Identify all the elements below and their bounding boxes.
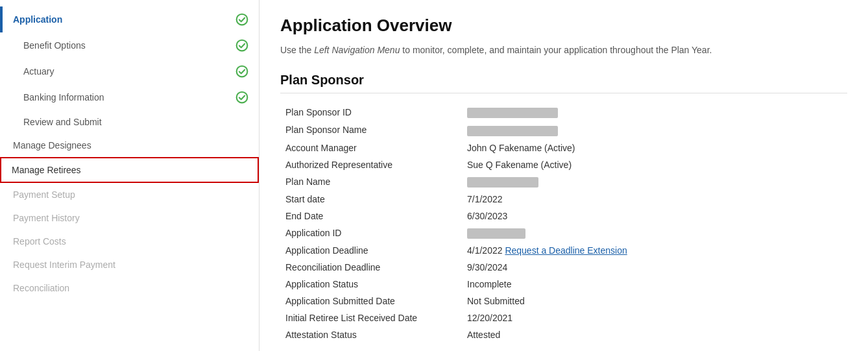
field-label-9: Reconciliation Deadline (280, 259, 462, 276)
field-label-0: Plan Sponsor ID (280, 104, 462, 121)
sidebar: Application Benefit Options Actuary Bank… (0, 0, 259, 351)
redacted-4 (467, 177, 538, 188)
info-row-8: Application Deadline4/1/2022 Request a D… (280, 242, 847, 259)
info-row-7: Application ID (280, 224, 847, 242)
redacted-7 (467, 228, 525, 239)
sidebar-item-review-and-submit[interactable]: Review and Submit (0, 110, 259, 134)
sidebar-label-review-and-submit: Review and Submit (23, 117, 102, 127)
info-row-9: Reconciliation Deadline9/30/2024 (280, 259, 847, 276)
deadline-extension-link[interactable]: Request a Deadline Extension (505, 245, 627, 256)
plan-sponsor-table: Plan Sponsor IDPlan Sponsor NameAccount … (280, 104, 847, 343)
check-icon-benefit-options (235, 39, 248, 52)
field-value-12: 12/20/2021 (462, 309, 847, 326)
field-value-0 (462, 104, 847, 121)
field-label-10: Application Status (280, 276, 462, 293)
section-title: Plan Sponsor (280, 73, 847, 93)
field-value-2: John Q Fakename (Active) (462, 139, 847, 156)
subtitle-suffix: to monitor, complete, and maintain your … (400, 45, 712, 55)
field-value-4 (462, 173, 847, 191)
redacted-0 (467, 108, 558, 118)
sidebar-label-payment-setup: Payment Setup (13, 189, 75, 200)
field-value-6: 6/30/2023 (462, 208, 847, 224)
sidebar-item-payment-history[interactable]: Payment History (0, 206, 259, 230)
info-row-3: Authorized RepresentativeSue Q Fakename … (280, 156, 847, 173)
field-label-12: Initial Retiree List Received Date (280, 309, 462, 326)
field-label-7: Application ID (280, 224, 462, 242)
sidebar-item-benefit-options[interactable]: Benefit Options (0, 32, 259, 58)
sidebar-label-actuary: Actuary (23, 66, 54, 77)
field-label-1: Plan Sponsor Name (280, 121, 462, 139)
svg-point-1 (237, 40, 248, 51)
subtitle-link-text: Left Navigation Menu (314, 45, 400, 55)
info-row-13: Attestation StatusAttested (280, 326, 847, 343)
info-row-10: Application StatusIncomplete (280, 276, 847, 293)
sidebar-item-actuary[interactable]: Actuary (0, 58, 259, 84)
sidebar-label-reconciliation: Reconciliation (13, 283, 69, 293)
sidebar-label-report-costs: Report Costs (13, 236, 66, 247)
sidebar-label-manage-retirees: Manage Retirees (12, 165, 81, 175)
check-icon-application (235, 13, 248, 26)
field-label-2: Account Manager (280, 139, 462, 156)
sidebar-label-banking-information: Banking Information (23, 92, 104, 103)
subtitle: Use the Left Navigation Menu to monitor,… (280, 43, 847, 57)
field-value-5: 7/1/2022 (462, 191, 847, 208)
sidebar-item-reconciliation[interactable]: Reconciliation (0, 276, 259, 300)
check-icon-banking-information (235, 91, 248, 104)
info-row-12: Initial Retiree List Received Date12/20/… (280, 309, 847, 326)
field-value-7 (462, 224, 847, 242)
field-label-5: Start date (280, 191, 462, 208)
field-value-8[interactable]: 4/1/2022 Request a Deadline Extension (462, 242, 847, 259)
subtitle-prefix: Use the (280, 45, 314, 55)
sidebar-item-manage-retirees[interactable]: Manage Retirees (0, 157, 259, 183)
sidebar-label-payment-history: Payment History (13, 213, 80, 223)
redacted-1 (467, 126, 558, 136)
field-value-9: 9/30/2024 (462, 259, 847, 276)
sidebar-item-banking-information[interactable]: Banking Information (0, 84, 259, 110)
field-value-1 (462, 121, 847, 139)
sidebar-item-manage-designees[interactable]: Manage Designees (0, 134, 259, 157)
svg-point-2 (237, 66, 248, 77)
page-title: Application Overview (280, 16, 847, 36)
field-value-10: Incomplete (462, 276, 847, 293)
sidebar-label-manage-designees: Manage Designees (13, 140, 91, 151)
main-content: Application Overview Use the Left Naviga… (259, 0, 868, 351)
field-label-6: End Date (280, 208, 462, 224)
sidebar-item-payment-setup[interactable]: Payment Setup (0, 183, 259, 206)
info-row-11: Application Submitted DateNot Submitted (280, 293, 847, 309)
field-value-3: Sue Q Fakename (Active) (462, 156, 847, 173)
field-label-4: Plan Name (280, 173, 462, 191)
sidebar-item-application[interactable]: Application (0, 6, 259, 32)
field-label-8: Application Deadline (280, 242, 462, 259)
check-icon-actuary (235, 65, 248, 78)
sidebar-label-request-interim-payment: Request Interim Payment (13, 260, 115, 270)
field-value-13: Attested (462, 326, 847, 343)
svg-point-0 (237, 14, 248, 25)
info-row-2: Account ManagerJohn Q Fakename (Active) (280, 139, 847, 156)
field-label-11: Application Submitted Date (280, 293, 462, 309)
sidebar-label-benefit-options: Benefit Options (23, 40, 86, 51)
field-label-13: Attestation Status (280, 326, 462, 343)
info-row-5: Start date7/1/2022 (280, 191, 847, 208)
info-row-0: Plan Sponsor ID (280, 104, 847, 121)
svg-point-3 (237, 92, 248, 103)
info-row-1: Plan Sponsor Name (280, 121, 847, 139)
info-row-6: End Date6/30/2023 (280, 208, 847, 224)
sidebar-label-application: Application (13, 14, 62, 25)
sidebar-item-request-interim-payment[interactable]: Request Interim Payment (0, 253, 259, 276)
field-value-11: Not Submitted (462, 293, 847, 309)
info-row-4: Plan Name (280, 173, 847, 191)
sidebar-item-report-costs[interactable]: Report Costs (0, 230, 259, 253)
field-label-3: Authorized Representative (280, 156, 462, 173)
